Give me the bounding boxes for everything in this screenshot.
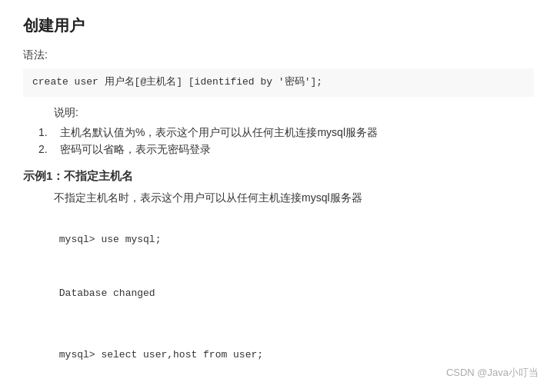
example1-code-2: Database changed [23,268,534,319]
syntax-label: 语法: [23,48,534,62]
watermark: CSDN @Java小叮当 [446,366,539,380]
example1-section: 示例1：不指定主机名 不指定主机名时，表示这个用户可以从任何主机连接mysql服… [23,169,534,392]
example1-code: mysql> use mysql; [23,214,534,265]
note-block: 说明: [54,106,534,120]
example1-desc: 不指定主机名时，表示这个用户可以从任何主机连接mysql服务器 [54,191,534,205]
page-title: 创建用户 [23,15,534,36]
code-line-2: Database changed [59,287,155,299]
list-text-1: 主机名默认值为%，表示这个用户可以从任何主机连接mysql服务器 [60,126,378,140]
note-list: 1. 主机名默认值为%，表示这个用户可以从任何主机连接mysql服务器 2. 密… [38,126,534,157]
list-text-2: 密码可以省略，表示无密码登录 [60,143,211,157]
example1-code-4: +--------------+-----------+ [23,384,534,392]
code-line-1: mysql> use mysql; [59,234,162,245]
syntax-code: create user 用户名[@主机名] [identified by '密码… [23,68,534,97]
page-container: 创建用户 语法: create user 用户名[@主机名] [identifi… [23,15,534,392]
example1-title: 示例1：不指定主机名 [23,169,534,184]
list-item: 1. 主机名默认值为%，表示这个用户可以从任何主机连接mysql服务器 [38,126,534,140]
list-num-2: 2. [38,143,60,155]
note-label: 说明: [54,106,534,120]
list-num-1: 1. [38,126,60,138]
code-line-3: mysql> select user,host from user; [59,349,263,360]
list-item: 2. 密码可以省略，表示无密码登录 [38,143,534,157]
